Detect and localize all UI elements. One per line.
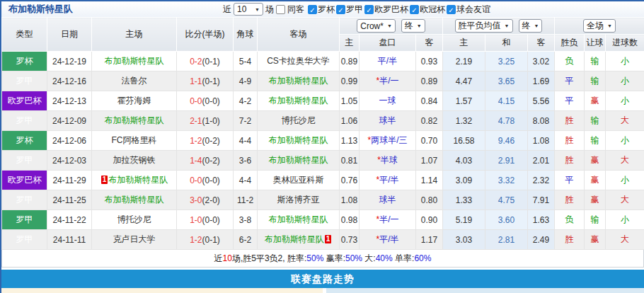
- away-team-name[interactable]: 布加勒斯特星队: [269, 96, 328, 105]
- summary-segment: 大:: [362, 253, 376, 263]
- table-row: 罗甲 24-12-09 布加勒斯特星队 2-1(1-0) 7-2 博托沙尼 1.…: [2, 111, 644, 131]
- handicap-cell: *半球: [360, 151, 416, 171]
- checkbox-icon[interactable]: ✓: [308, 5, 317, 14]
- away-team-name[interactable]: 布加勒斯特星队: [265, 234, 324, 244]
- home-team-cell: 布加勒斯特星队: [92, 190, 177, 210]
- col-header-score: 比分(半场): [177, 18, 234, 52]
- home-odds: 1.13: [340, 131, 360, 151]
- home-team-name[interactable]: 布加勒斯特星队: [105, 56, 164, 66]
- chevron-down-icon: ▼: [387, 23, 392, 28]
- table-row: 罗甲 24-11-22 博托沙尼 1-0(0-0) 3-8 布加勒斯特星队 0.…: [2, 210, 644, 230]
- away-team-name[interactable]: 斯洛博齐亚: [277, 195, 320, 205]
- handicap-value: 平/半: [378, 56, 397, 66]
- checkbox-icon[interactable]: ✓: [410, 5, 419, 14]
- scope-select[interactable]: 全场 ▼: [583, 19, 616, 33]
- home-team-name[interactable]: 法鲁尔: [122, 76, 147, 86]
- average-select[interactable]: 胜平负均值 ▼: [455, 19, 513, 33]
- table-row: 罗甲 24-11-25 布加勒斯特星队 3-0(2-0) 11-2 斯洛博齐亚 …: [2, 190, 644, 210]
- corner-count: 4-9: [234, 71, 258, 91]
- handicap-cell: *平/半: [360, 171, 416, 190]
- home-team-name[interactable]: 布加勒斯特星队: [105, 115, 164, 125]
- recent-label: 近: [223, 4, 231, 16]
- summary-segment: 赢率:: [323, 253, 345, 263]
- fulltime-score: 1-2: [190, 136, 202, 146]
- summary-line: 近10场,胜5平3负2, 胜率:50% 赢率:50% 大:40% 单率:60%: [1, 250, 644, 268]
- checkbox-icon[interactable]: ✓: [336, 5, 345, 14]
- match-date: 24-12-09: [47, 111, 92, 131]
- handicap-cell: *半/一: [360, 71, 416, 91]
- col-header-away: 客场: [258, 18, 340, 52]
- recent-count-select[interactable]: 10 ▼: [234, 3, 263, 16]
- wdl-result: 平: [555, 171, 585, 190]
- col-header-home-odds: 主: [340, 35, 360, 52]
- handicap-result: 赢: [585, 230, 606, 250]
- same-away-checkbox[interactable]: [276, 5, 285, 14]
- away-team-name[interactable]: 奥林匹亚科斯: [273, 175, 324, 185]
- handicap-cell: 平/半: [360, 52, 416, 71]
- league-filter[interactable]: ✓罗甲: [336, 4, 363, 16]
- average-time-select[interactable]: 终 ▼: [519, 19, 543, 33]
- chevron-down-icon: ▼: [417, 23, 422, 28]
- halftime-score: (0-2): [202, 156, 220, 166]
- wdl-result: 胜: [555, 111, 585, 131]
- bookmaker-time-select[interactable]: 终 ▼: [401, 19, 425, 33]
- handicap-result: 输: [585, 111, 606, 131]
- checkbox-icon[interactable]: ✓: [364, 5, 374, 14]
- match-date: 24-11-22: [47, 210, 92, 230]
- home-team-name[interactable]: 布加勒斯特星队: [105, 195, 164, 205]
- home-team-name[interactable]: 加拉茨钢铁: [113, 155, 156, 165]
- home-team-name[interactable]: 霍芬海姆: [117, 96, 151, 105]
- chevron-down-icon: ▼: [255, 7, 260, 12]
- halftime-score: (0-0): [202, 176, 220, 185]
- league-filters: ✓罗杯✓罗甲✓欧罗巴杯✓欧冠杯✓球会友谊: [306, 4, 490, 16]
- league-filter[interactable]: ✓球会友谊: [447, 4, 490, 16]
- away-team-name[interactable]: 布加勒斯特星队: [269, 214, 328, 224]
- home-odds: 0.76: [340, 171, 360, 190]
- league-filter-label: 罗甲: [346, 4, 363, 16]
- home-red-card: 1: [101, 176, 108, 184]
- match-type-badge: 罗甲: [2, 111, 47, 131]
- summary-segment: 50%: [306, 253, 323, 263]
- avg-away: 2.01: [528, 151, 555, 171]
- away-team-cell: 布加勒斯特星队: [258, 131, 340, 151]
- league-handicap-trend-bar: 联赛盘路走势: [1, 270, 644, 288]
- match-type-badge: 罗杯: [2, 131, 47, 151]
- away-team-name[interactable]: 博托沙尼: [282, 115, 316, 125]
- avg-home: 3.03: [443, 230, 485, 250]
- bookmaker-select[interactable]: Crow* ▼: [357, 19, 396, 33]
- goals-result: 小: [606, 91, 644, 111]
- home-team-name[interactable]: 克卢日大学: [113, 234, 156, 244]
- fulltime-score: 1-1: [190, 76, 202, 86]
- checkbox-icon[interactable]: ✓: [447, 5, 456, 14]
- goals-result: 大: [606, 151, 644, 171]
- league-filter[interactable]: ✓欧罗巴杯: [364, 4, 408, 16]
- away-odds: 1.14: [416, 171, 443, 190]
- away-team-cell: 布加勒斯特星队1: [258, 230, 340, 250]
- home-team-cell: 1布加勒斯特星队: [92, 171, 177, 190]
- home-team-cell: 加拉茨钢铁: [92, 151, 177, 171]
- away-team-name[interactable]: 布加勒斯特星队: [269, 135, 328, 145]
- avg-away: 2.49: [528, 230, 555, 250]
- match-type-badge: 罗甲: [2, 71, 47, 91]
- away-team-name[interactable]: 布加勒斯特星队: [269, 76, 328, 86]
- league-filter[interactable]: ✓欧冠杯: [410, 4, 445, 16]
- league-filter-label: 欧冠杯: [420, 4, 445, 16]
- summary-segment: 40%: [376, 253, 393, 263]
- avg-draw: 3.25: [485, 52, 528, 71]
- avg-home: 1.57: [443, 91, 485, 111]
- wdl-result: 胜: [555, 190, 585, 210]
- league-filter[interactable]: ✓罗杯: [308, 4, 335, 16]
- title-bar: 布加勒斯特星队 近 10 ▼ 场 同客 ✓罗杯✓罗甲✓欧罗巴杯✓欧冠杯✓球会友谊: [1, 1, 644, 17]
- home-team-name[interactable]: 博托沙尼: [117, 214, 151, 224]
- away-team-name[interactable]: 布加勒斯特星队: [269, 155, 328, 165]
- handicap-result: 赢: [585, 171, 606, 190]
- avg-draw: 4.78: [485, 111, 528, 131]
- home-team-name[interactable]: FC阿格里科: [112, 135, 157, 145]
- home-team-name[interactable]: 布加勒斯特星队: [108, 175, 168, 185]
- handicap-value: 半球: [381, 155, 398, 165]
- goals-result: 大: [606, 230, 644, 250]
- away-team-name[interactable]: CS卡拉奥华大学: [267, 56, 330, 66]
- home-odds: 1.06: [340, 111, 360, 131]
- table-row: 罗甲 24-12-16 法鲁尔 1-1(0-1) 4-9 布加勒斯特星队 0.9…: [2, 71, 644, 91]
- home-team-cell: 博托沙尼: [92, 210, 177, 230]
